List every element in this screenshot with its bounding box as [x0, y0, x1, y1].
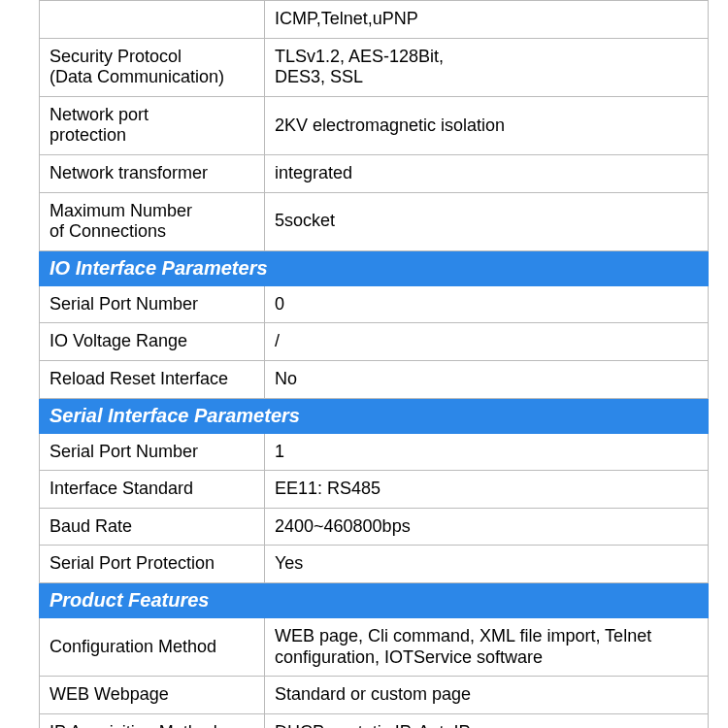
section-header: Product Features — [40, 582, 709, 617]
spec-label: Reload Reset Interface — [40, 360, 265, 398]
spec-label: Baud Rate — [40, 508, 265, 546]
section-header: Serial Interface Parameters — [40, 398, 709, 433]
spec-value: 2KV electromagnetic isolation — [265, 96, 709, 154]
spec-label — [40, 1, 265, 39]
spec-label: Network portprotection — [40, 96, 265, 154]
spec-value: EE11: RS485 — [265, 471, 709, 509]
spec-value: Yes — [265, 546, 709, 583]
spec-value: / — [265, 323, 709, 361]
spec-value: TLSv1.2, AES-128Bit,DES3, SSL — [265, 38, 709, 96]
spec-label: Security Protocol(Data Communication) — [40, 38, 265, 96]
spec-table: ICMP,Telnet,uPNPSecurity Protocol(Data C… — [39, 0, 709, 728]
spec-label: WEB Webpage — [40, 677, 265, 714]
spec-label: Interface Standard — [40, 471, 265, 509]
spec-table-body: ICMP,Telnet,uPNPSecurity Protocol(Data C… — [40, 1, 709, 729]
spec-value: 0 — [265, 285, 709, 323]
spec-value: 2400~460800bps — [265, 508, 709, 546]
spec-label: Maximum Numberof Connections — [40, 192, 265, 250]
spec-label: IP Acquisition Method — [40, 713, 265, 728]
spec-label: Serial Port Number — [40, 433, 265, 471]
spec-label: Network transformer — [40, 154, 265, 192]
spec-value: Standard or custom page — [265, 677, 709, 714]
spec-value: WEB page, Cli command, XML file import, … — [265, 617, 709, 676]
spec-value: No — [265, 360, 709, 398]
spec-value: integrated — [265, 154, 709, 192]
spec-value: DHCP or static IP, AutoIP — [265, 713, 709, 728]
spec-label: Serial Port Protection — [40, 546, 265, 583]
spec-value: ICMP,Telnet,uPNP — [265, 1, 709, 39]
spec-value: 5socket — [265, 192, 709, 250]
spec-value: 1 — [265, 433, 709, 471]
spec-label: IO Voltage Range — [40, 323, 265, 361]
section-header: IO Interface Parameters — [40, 250, 709, 285]
spec-label: Serial Port Number — [40, 285, 265, 323]
spec-label: Configuration Method — [40, 617, 265, 676]
